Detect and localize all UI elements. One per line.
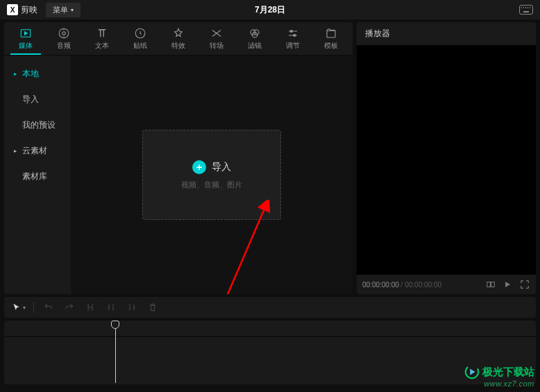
tab-label: 模板	[324, 41, 338, 51]
svg-rect-11	[487, 282, 491, 287]
tab-template[interactable]: 模板	[312, 22, 350, 55]
player-title: 播放器	[357, 22, 536, 45]
asset-panel: 媒体 音频 文本 贴纸	[4, 22, 353, 294]
player-viewport[interactable]	[357, 45, 536, 275]
tab-label: 文本	[95, 41, 109, 51]
play-icon[interactable]	[503, 280, 512, 289]
sidebar-item-presets[interactable]: 我的预设	[4, 112, 71, 138]
playhead-line	[115, 329, 116, 383]
tab-transition[interactable]: 转场	[197, 22, 235, 55]
tab-label: 音频	[57, 41, 71, 51]
cursor-tool[interactable]: ▾	[10, 300, 28, 315]
divider	[33, 302, 34, 313]
menu-label: 菜单	[53, 5, 68, 15]
player-controls: 00:00:00:00 / 00:00:00:00	[357, 275, 536, 294]
timeline[interactable]	[4, 321, 536, 384]
adjust-icon	[287, 27, 299, 40]
time-total: 00:00:00:00	[405, 281, 441, 289]
svg-point-8	[293, 34, 295, 36]
tab-audio[interactable]: 音频	[45, 22, 83, 55]
plus-icon: +	[192, 160, 206, 174]
sidebar-item-label: 云素材	[22, 145, 47, 157]
time-current: 00:00:00:00	[362, 281, 399, 289]
effects-icon	[172, 27, 185, 40]
main-area: 媒体 音频 文本 贴纸	[0, 19, 540, 297]
import-dropzone[interactable]: + 导入 视频、音频、图片	[142, 130, 281, 220]
template-icon	[325, 27, 337, 40]
svg-rect-9	[327, 31, 335, 37]
tab-label: 媒体	[19, 41, 33, 51]
import-subtitle: 视频、音频、图片	[181, 180, 242, 190]
sidebar-item-import[interactable]: 导入	[4, 87, 71, 112]
asset-content: + 导入 视频、音频、图片	[71, 56, 353, 294]
logo-icon: X	[7, 4, 18, 15]
text-icon	[96, 27, 108, 40]
sidebar-item-label: 我的预设	[22, 119, 56, 131]
timeline-ruler	[4, 336, 536, 337]
chevron-down-icon: ▾	[23, 305, 26, 311]
timecode: 00:00:00:00 / 00:00:00:00	[362, 281, 441, 289]
app-logo: X 剪映	[7, 4, 37, 16]
sidebar-item-label: 本地	[22, 68, 39, 80]
titlebar: X 剪映 菜单 ▾ 7月28日	[0, 0, 540, 19]
watermark-icon	[464, 364, 480, 380]
filter-icon	[248, 27, 261, 40]
tab-label: 转场	[210, 41, 223, 51]
tab-label: 调节	[286, 41, 300, 51]
caret-right-icon: ▸	[14, 71, 19, 77]
delete-button[interactable]	[144, 300, 162, 315]
tab-filter[interactable]: 滤镜	[235, 22, 273, 55]
transition-icon	[210, 27, 223, 40]
tab-adjust[interactable]: 调节	[273, 22, 312, 55]
watermark-url: www.xz7.com	[464, 380, 534, 388]
sidebar-item-cloud[interactable]: ▸ 云素材	[4, 138, 71, 164]
sticker-icon	[134, 27, 146, 40]
playhead-handle[interactable]	[111, 321, 119, 329]
asset-sidebar: ▸ 本地 导入 我的预设 ▸ 云素材 素材库	[4, 56, 71, 294]
caret-right-icon: ▸	[14, 148, 19, 154]
tab-label: 特效	[171, 41, 185, 51]
sidebar-item-label: 素材库	[22, 171, 47, 182]
tab-sticker[interactable]: 贴纸	[121, 22, 160, 55]
chevron-down-icon: ▾	[71, 7, 74, 13]
menu-button[interactable]: 菜单 ▾	[46, 3, 81, 17]
project-title: 7月28日	[255, 4, 285, 16]
media-icon	[19, 27, 32, 40]
timeline-toolbar: ▾	[4, 297, 536, 318]
ratio-icon[interactable]	[486, 280, 496, 289]
tab-label: 贴纸	[133, 41, 147, 51]
watermark: 极光下载站 www.xz7.com	[464, 364, 534, 388]
tab-effects[interactable]: 特效	[160, 22, 198, 55]
keyboard-shortcuts-icon[interactable]	[519, 5, 533, 15]
delete-left-button[interactable]	[102, 300, 120, 315]
delete-right-button[interactable]	[123, 300, 141, 315]
audio-icon	[58, 27, 70, 40]
sidebar-item-library[interactable]: 素材库	[4, 164, 71, 189]
fullscreen-icon[interactable]	[519, 279, 530, 290]
svg-point-2	[62, 31, 66, 35]
app-name: 剪映	[21, 4, 37, 16]
player-panel: 播放器 00:00:00:00 / 00:00:00:00	[357, 22, 536, 294]
watermark-text: 极光下载站	[482, 366, 534, 379]
split-button[interactable]	[81, 300, 99, 315]
svg-rect-12	[491, 282, 495, 287]
asset-tabs: 媒体 音频 文本 贴纸	[4, 22, 353, 56]
tab-text[interactable]: 文本	[83, 22, 121, 55]
import-label: 导入	[212, 161, 231, 173]
sidebar-item-label: 导入	[22, 94, 39, 105]
tab-label: 滤镜	[248, 41, 262, 51]
undo-button[interactable]	[40, 300, 58, 315]
tab-media[interactable]: 媒体	[7, 22, 45, 55]
svg-point-7	[290, 30, 292, 32]
playhead[interactable]	[111, 321, 119, 383]
sidebar-item-local[interactable]: ▸ 本地	[4, 61, 71, 87]
redo-button[interactable]	[60, 300, 78, 315]
